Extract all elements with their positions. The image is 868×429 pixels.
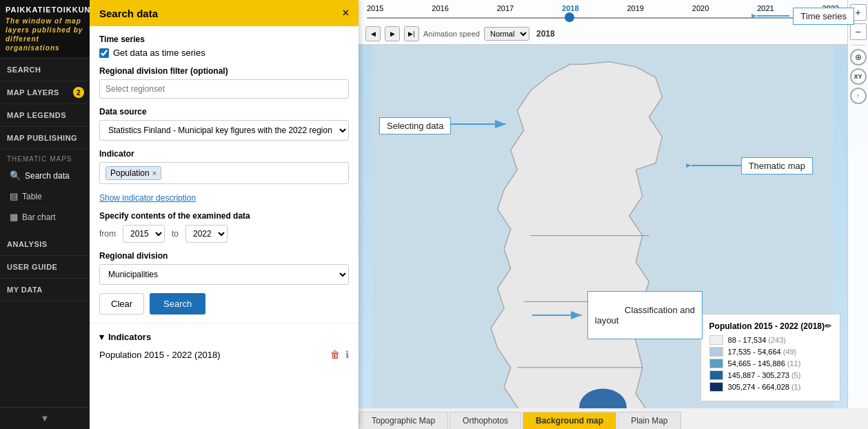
show-description-link[interactable]: Show indicator description <box>99 193 196 203</box>
from-year-select[interactable]: 2015201620172018 2019202020212022 <box>123 225 165 243</box>
year-2021: 2021 <box>757 4 774 12</box>
time-series-bar: 2015 2016 2017 2018 2019 2020 2021 2022 … <box>359 0 847 45</box>
playback-controls: ◀ ▶ ▶| Animation speed NormalSlowFast 20… <box>365 26 840 41</box>
sidebar-item-my-data[interactable]: MY DATA <box>0 279 90 301</box>
year-2019: 2019 <box>627 4 643 12</box>
indicator-tag-label: Population <box>110 168 150 178</box>
sidebar-item-analysis[interactable]: ANALYSIS <box>0 233 90 256</box>
indicator-input[interactable]: Population × <box>99 162 349 184</box>
year-2016: 2016 <box>432 4 448 12</box>
year-2020: 2020 <box>692 4 709 12</box>
sidebar-item-bar-chart-label: Bar chart <box>22 212 56 222</box>
current-year-display: 2018 <box>536 29 555 39</box>
indicator-group: Indicator Population × <box>99 149 349 184</box>
legend-color-2 <box>709 347 723 357</box>
regional-division-group: Regional division Municipalities <box>99 251 349 285</box>
tab-background[interactable]: Background map <box>523 412 616 429</box>
year-slider[interactable] <box>367 12 839 23</box>
edit-legend-icon[interactable]: ✏ <box>825 321 831 331</box>
sidebar-collapse-button[interactable]: ▼ <box>0 407 90 429</box>
map-side-controls: + − ⊕ XY ↑ <box>847 0 868 408</box>
indicator-tag: Population × <box>105 166 161 180</box>
sidebar-item-map-layers[interactable]: MAP LAYERS 2 <box>0 81 90 104</box>
data-source-group: Data source Statistics Finland - Municip… <box>99 107 349 141</box>
legend-color-3 <box>709 359 723 368</box>
legend-box: Population 2015 - 2022 (2018) ✏ 88 - 17,… <box>700 314 840 401</box>
thematic-maps-label: THEMATIC MAPS <box>0 150 90 166</box>
time-series-checkbox-label: Get data as time series <box>113 48 205 58</box>
indicator-label: Indicator <box>99 149 349 159</box>
clear-button[interactable]: Clear <box>99 293 144 315</box>
regional-filter-label: Regional division filter (optional) <box>99 66 349 76</box>
sidebar-item-bar-chart[interactable]: ▦ Bar chart <box>0 207 90 228</box>
year-slider-thumb[interactable] <box>565 12 574 22</box>
chevron-down-icon: ▾ <box>99 332 104 342</box>
sidebar-item-search-data[interactable]: 🔍 Search data <box>0 166 90 186</box>
time-series-label: Time series <box>99 34 349 44</box>
legend-item-3: 54,665 - 145,886 (11) <box>709 359 831 368</box>
panel-close-button[interactable]: × <box>343 7 349 19</box>
indicators-toggle[interactable]: ▾ Indicators <box>99 332 349 342</box>
main-area: Search data × Time series Get data as ti… <box>90 0 868 429</box>
search-button[interactable]: Search <box>150 293 205 315</box>
tab-orthophotos[interactable]: Orthophotos <box>450 412 521 429</box>
tab-topographic[interactable]: Topographic Map <box>359 412 448 429</box>
play-button[interactable]: ▶ <box>385 26 400 41</box>
tab-plain[interactable]: Plain Map <box>618 412 680 429</box>
search-panel: Search data × Time series Get data as ti… <box>90 0 359 429</box>
year-labels-row: 2015 2016 2017 2018 2019 2020 2021 2022 <box>365 4 840 12</box>
data-source-label: Data source <box>99 107 349 117</box>
search-data-icon: 🔍 <box>10 170 21 181</box>
regional-filter-input[interactable] <box>99 79 349 99</box>
app-subtitle: The window of map layers published by di… <box>6 17 84 52</box>
indicators-section: ▾ Indicators Population 2015 - 2022 (201… <box>90 323 359 371</box>
to-year-select[interactable]: 2015201620172018 201920202022 <box>185 225 228 243</box>
map-type-tabs: Topographic Map Orthophotos Background m… <box>359 408 868 429</box>
sidebar-item-table[interactable]: ▤ Table <box>0 186 90 207</box>
zoom-out-button[interactable]: − <box>850 23 867 40</box>
speed-select[interactable]: NormalSlowFast <box>484 27 529 41</box>
year-2017: 2017 <box>497 4 514 12</box>
sidebar-item-table-label: Table <box>22 192 42 201</box>
animation-speed-label: Animation speed <box>423 30 480 38</box>
indicator-row: Population 2015 - 2022 (2018) 🗑 ℹ <box>99 342 349 363</box>
locate-button[interactable]: ⊕ <box>850 49 867 66</box>
regional-filter-group: Regional division filter (optional) <box>99 66 349 99</box>
legend-color-4 <box>709 370 723 380</box>
show-description-group: Show indicator description <box>99 192 349 203</box>
delete-indicator-button[interactable]: 🗑 <box>330 349 340 360</box>
step-forward-button[interactable]: ▶| <box>404 26 419 41</box>
xy-button[interactable]: XY <box>850 68 867 85</box>
data-source-select[interactable]: Statistics Finland - Municipal key figur… <box>99 120 349 141</box>
panel-title: Search data <box>99 8 158 19</box>
indicator-tag-remove[interactable]: × <box>152 169 157 177</box>
to-label: to <box>172 229 179 239</box>
legend-item-4: 145,887 - 305,273 (5) <box>709 370 831 380</box>
step-back-button[interactable]: ◀ <box>365 26 381 41</box>
indicators-label: Indicators <box>108 332 151 342</box>
regional-division-select[interactable]: Municipalities <box>99 264 349 285</box>
from-label: from <box>99 229 116 239</box>
year-2022: 2022 <box>822 4 839 12</box>
time-series-checkbox[interactable] <box>99 48 109 58</box>
sidebar: PAIKKATIETOIKKUNA The window of map laye… <box>0 0 90 429</box>
year-2018: 2018 <box>562 4 578 12</box>
zoom-in-button[interactable]: + <box>850 4 867 21</box>
sidebar-item-search[interactable]: SEARCH <box>0 59 90 81</box>
legend-color-5 <box>709 382 723 392</box>
legend-color-1 <box>709 335 723 345</box>
sidebar-item-map-legends[interactable]: MAP LEGENDS <box>0 104 90 127</box>
sidebar-item-map-publishing[interactable]: MAP PUBLISHING <box>0 127 90 150</box>
year-2015: 2015 <box>367 4 383 12</box>
specify-group: Specify contents of the examined data fr… <box>99 211 349 243</box>
indicator-actions: 🗑 ℹ <box>330 349 349 360</box>
compass-button[interactable]: ↑ <box>850 88 867 104</box>
info-indicator-button[interactable]: ℹ <box>345 349 349 360</box>
map-area[interactable]: 2015 2016 2017 2018 2019 2020 2021 2022 … <box>359 0 868 408</box>
indicator-row-text: Population 2015 - 2022 (2018) <box>99 350 221 360</box>
date-range: from 2015201620172018 2019202020212022 t… <box>99 225 349 243</box>
sidebar-item-search-data-label: Search data <box>25 171 70 181</box>
time-series-group: Time series Get data as time series <box>99 34 349 58</box>
sidebar-item-user-guide[interactable]: USER GUIDE <box>0 256 90 279</box>
app-title: PAIKKATIETOIKKUNA <box>6 6 84 14</box>
